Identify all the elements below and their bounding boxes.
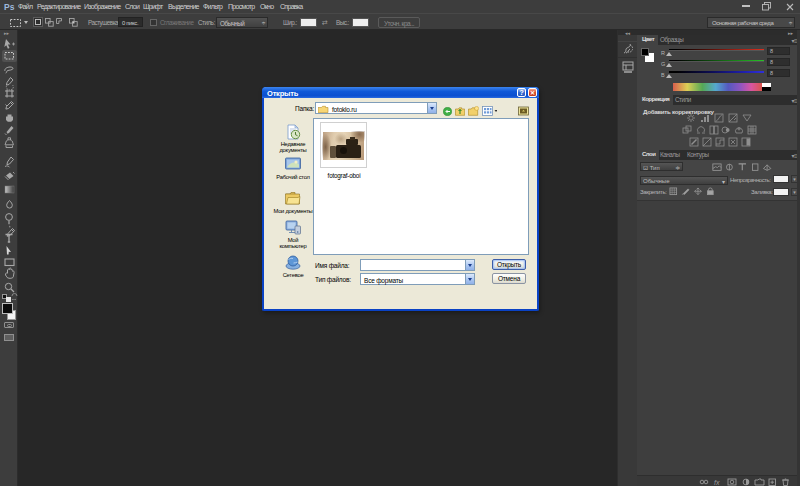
svg-text:fx: fx: [714, 479, 720, 486]
